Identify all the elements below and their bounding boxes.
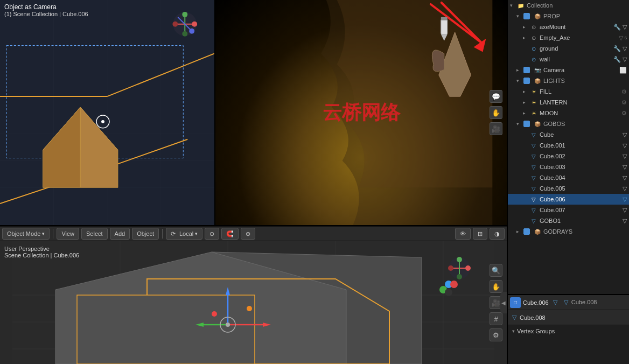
prop-collection-icon: 📦 <box>533 12 542 20</box>
pivot-btn[interactable]: ⊙ <box>205 228 219 240</box>
cube001-filter-icon[interactable]: ▽ <box>623 142 627 149</box>
viewport-area: Object as Camera (1) Scene Collection | … <box>0 0 507 364</box>
wall-filter-icon[interactable]: ▽ <box>623 56 627 63</box>
svg-point-60 <box>448 265 453 271</box>
magnify-tool-btn[interactable]: 🔍 <box>490 264 502 277</box>
outliner-item-lights[interactable]: ▾ 📦 LIGHTS <box>508 75 629 86</box>
watermark: 云桥网络 <box>323 100 400 126</box>
select-btn[interactable]: Select <box>81 228 108 240</box>
outliner-item-cube004[interactable]: ▽ Cube.004 ▽ <box>508 172 629 183</box>
cube001-label: Cube.001 <box>540 142 565 149</box>
main-container: Object as Camera (1) Scene Collection | … <box>0 0 629 364</box>
outliner-item-moon[interactable]: ▸ ☀ MOON ⚙ <box>508 108 629 118</box>
viewport-shading-btn[interactable]: ◑ <box>490 228 505 240</box>
outliner-item-fill[interactable]: ▸ ☀ FILL ⚙ <box>508 86 629 97</box>
gizmo-btn[interactable]: ⊞ <box>473 228 487 240</box>
cube004-icon: ▽ <box>529 173 538 182</box>
lantern-label: LANTERN <box>540 99 567 106</box>
outliner-item-wall[interactable]: ⊙ wall 🔧 ▽ <box>508 54 629 65</box>
vertex-groups-label: Vertex Groups <box>517 328 555 334</box>
moon-extra-icon[interactable]: ⚙ <box>621 110 627 117</box>
overlay-btn[interactable]: 👁 <box>455 228 471 240</box>
outliner-item-cube005[interactable]: ▽ Cube.005 ▽ <box>508 183 629 194</box>
proportional-btn[interactable]: ⊕ <box>241 228 255 240</box>
outliner-item-cube006[interactable]: ▽ Cube.006 ▽ <box>508 194 629 205</box>
extra-tool-btn[interactable]: ⚙ <box>490 328 502 341</box>
camera-viewport[interactable]: Object as Camera (1) Scene Collection | … <box>0 0 215 225</box>
outliner-item-prop[interactable]: ▾ 📦 PROP <box>508 11 629 22</box>
camera-extra-icon[interactable]: ⬜ <box>619 67 627 74</box>
props-object2-label: ▽ Cube.008 <box>564 299 597 306</box>
gobo1-filter-icon[interactable]: ▽ <box>623 218 627 225</box>
properties-panel: □ Cube.006 ▽ ▽ Cube.008 ▽ Cube.008 ▾ Ver… <box>508 294 629 364</box>
axemount-actions: 🔧 ▽ <box>613 24 627 31</box>
outliner-item-collection[interactable]: ▾ 📁 Collection <box>508 0 629 11</box>
ground-label: ground <box>540 45 558 52</box>
cube003-filter-icon[interactable]: ▽ <box>623 164 627 171</box>
transform-label: Local <box>179 230 193 237</box>
outliner-item-godrays[interactable]: ▸ 📦 GODRAYS <box>508 226 629 237</box>
cube-filter-icon[interactable]: ▽ <box>623 131 627 138</box>
object-btn[interactable]: Object <box>132 228 159 240</box>
outliner-item-axemount[interactable]: ▸ ⊙ axeMount 🔧 ▽ <box>508 22 629 32</box>
ground-filter-icon[interactable]: ▽ <box>623 45 627 52</box>
camera-tool-btn[interactable]: 🎥 <box>490 122 502 135</box>
fill-extra-icon[interactable]: ⚙ <box>621 88 627 95</box>
cube006-filter-icon[interactable]: ▽ <box>623 196 627 203</box>
bottom-viewport[interactable]: User Perspective Scene Collection | Cube… <box>0 241 507 364</box>
cube002-filter-icon[interactable]: ▽ <box>623 153 627 160</box>
outliner-item-gobos[interactable]: ▾ 📦 GOBOS <box>508 118 629 129</box>
grid-tool-btn[interactable]: # <box>490 312 502 325</box>
hand-tool-btn[interactable]: ✋ <box>490 106 502 119</box>
outliner-item-cube[interactable]: ▽ Cube ▽ <box>508 129 629 140</box>
svg-point-24 <box>182 12 187 17</box>
mode-dropdown[interactable]: Object Mode <box>2 228 50 240</box>
outliner-item-camera[interactable]: ▸ 📷 Camera ⬜ <box>508 65 629 75</box>
wall-actions: 🔧 ▽ <box>613 56 627 63</box>
mode-label: Object Mode <box>7 230 40 237</box>
cube005-filter-icon[interactable]: ▽ <box>623 185 627 192</box>
cube002-icon: ▽ <box>529 152 538 160</box>
snap-btn[interactable]: 🧲 <box>221 228 239 240</box>
collapse-handle[interactable]: ◀ <box>500 292 507 313</box>
ground-restrict-icon[interactable]: 🔧 <box>613 45 621 52</box>
outliner-item-cube007[interactable]: ▽ Cube.007 ▽ <box>508 205 629 215</box>
cube007-filter-icon[interactable]: ▽ <box>623 207 627 214</box>
mesh-data-label: Cube.008 <box>520 314 546 321</box>
svg-rect-31 <box>441 19 448 34</box>
cube002-actions: ▽ <box>623 153 627 160</box>
outliner-item-gobo1[interactable]: ▽ GOBO1 ▽ <box>508 215 629 226</box>
camera-label: Camera <box>543 67 564 73</box>
empty-axe-filter-icon[interactable]: ▽ <box>619 34 623 41</box>
vertex-groups-header[interactable]: ▾ Vertex Groups <box>508 325 629 337</box>
cube004-filter-icon[interactable]: ▽ <box>623 174 627 181</box>
outliner-item-lantern[interactable]: ▸ ☀ LANTERN ⚙ <box>508 97 629 108</box>
outliner-item-cube003[interactable]: ▽ Cube.003 ▽ <box>508 162 629 172</box>
props-mesh-label: Cube.008 <box>571 299 597 305</box>
chat-tool-btn[interactable]: 💬 <box>490 90 502 103</box>
axemount-filter-icon[interactable]: ▽ <box>623 24 627 31</box>
gobos-collection-icon: 📦 <box>533 120 542 128</box>
cube004-label: Cube.004 <box>540 174 565 181</box>
gobos-expand-arrow: ▾ <box>516 121 522 127</box>
mesh-data-row[interactable]: ▽ Cube.008 <box>508 310 629 325</box>
outliner[interactable]: ▾ 📁 Collection ▾ 📦 PROP ▸ ⊙ axeMount 🔧 ▽ <box>508 0 629 294</box>
outliner-item-cube002[interactable]: ▽ Cube.002 ▽ <box>508 151 629 162</box>
perspective-scene-svg <box>0 241 507 364</box>
wall-restrict-icon[interactable]: 🔧 <box>613 56 621 63</box>
transform-dropdown[interactable]: ⟳ Local <box>166 228 202 240</box>
outliner-item-ground[interactable]: ⊙ ground 🔧 ▽ <box>508 43 629 54</box>
cube007-label: Cube.007 <box>540 207 565 213</box>
pan-tool-btn[interactable]: ✋ <box>490 280 502 293</box>
axemount-restrict-icon[interactable]: 🔧 <box>613 24 621 31</box>
lantern-extra-icon[interactable]: ⚙ <box>621 99 627 106</box>
view-btn[interactable]: View <box>57 228 79 240</box>
outliner-item-cube001[interactable]: ▽ Cube.001 ▽ <box>508 140 629 151</box>
axemount-expand-arrow: ▸ <box>523 24 528 30</box>
toolbar-separator-2 <box>162 229 163 239</box>
gobo1-icon: ▽ <box>529 216 538 225</box>
outliner-item-empty-axe[interactable]: ▸ ⊙ Empty_Axe ▽ s <box>508 32 629 43</box>
camera-expand-arrow: ▸ <box>516 67 522 73</box>
add-btn[interactable]: Add <box>110 228 130 240</box>
render-viewport[interactable]: 云桥网络 💬 ✋ 🎥 <box>215 0 507 225</box>
